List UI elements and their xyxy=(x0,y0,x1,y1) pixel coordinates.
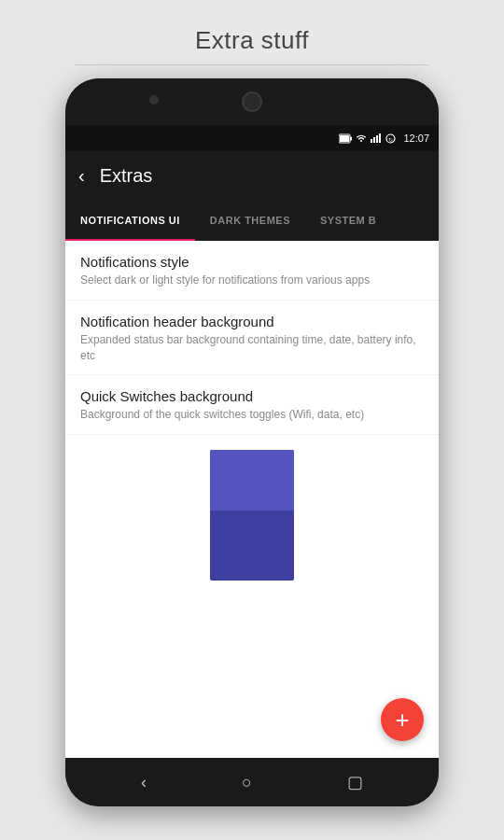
setting-notifications-style[interactable]: Notifications style Select dark or light… xyxy=(65,241,439,301)
setting-quick-switches-bg-title: Quick Switches background xyxy=(80,388,424,404)
setting-quick-switches-bg-desc: Background of the quick switches toggles… xyxy=(80,407,424,423)
page-title: Extra stuff xyxy=(195,26,309,55)
tab-dark-themes-label: DARK THEMES xyxy=(210,215,290,226)
status-time: 12:07 xyxy=(403,133,429,144)
color-swatch-outer[interactable] xyxy=(210,450,294,581)
setting-notifications-style-title: Notifications style xyxy=(80,254,424,270)
title-divider xyxy=(75,64,429,65)
nav-recents-button[interactable]: ▢ xyxy=(347,772,363,792)
color-swatch-inner xyxy=(210,450,294,511)
svg-rect-4 xyxy=(373,137,375,143)
svg-rect-5 xyxy=(376,135,378,143)
setting-notification-header-bg-desc: Expanded status bar background containin… xyxy=(80,332,424,364)
front-speaker xyxy=(242,91,262,112)
svg-rect-1 xyxy=(350,136,352,140)
setting-quick-switches-bg[interactable]: Quick Switches background Background of … xyxy=(65,375,439,435)
nav-back-button[interactable]: ‹ xyxy=(141,773,147,792)
phone-bottom-nav: ‹ ○ ▢ xyxy=(65,758,439,806)
tab-bar: NOTIFICATIONS UI DARK THEMES SYSTEM B xyxy=(65,200,439,241)
tab-dark-themes[interactable]: DARK THEMES xyxy=(195,200,305,241)
phone-top-hardware xyxy=(65,78,439,125)
tab-system-b[interactable]: SYSTEM B xyxy=(305,200,391,241)
phone-screen: ↻ 12:07 ‹ Extras NOTIFICATIONS UI DARK T… xyxy=(65,125,439,758)
tab-notifications-ui-label: NOTIFICATIONS UI xyxy=(80,215,180,226)
wifi-icon xyxy=(356,133,367,143)
app-bar: ‹ Extras xyxy=(65,151,439,200)
setting-notifications-style-desc: Select dark or light style for notificat… xyxy=(80,273,424,288)
back-button[interactable]: ‹ xyxy=(78,165,85,187)
fab-add-button[interactable]: + xyxy=(381,698,424,741)
svg-text:↻: ↻ xyxy=(388,137,393,143)
svg-rect-6 xyxy=(379,133,381,143)
status-bar: ↻ 12:07 xyxy=(65,125,439,151)
setting-notification-header-bg[interactable]: Notification header background Expanded … xyxy=(65,301,439,376)
sync-icon: ↻ xyxy=(385,133,396,144)
status-icons: ↻ 12:07 xyxy=(339,133,429,144)
tab-notifications-ui[interactable]: NOTIFICATIONS UI xyxy=(65,200,195,241)
svg-rect-2 xyxy=(340,135,349,142)
front-camera xyxy=(149,95,159,105)
battery-icon xyxy=(339,133,352,144)
content-area: Notifications style Select dark or light… xyxy=(65,241,439,758)
setting-notification-header-bg-title: Notification header background xyxy=(80,314,424,329)
tab-system-b-label: SYSTEM B xyxy=(320,215,376,226)
color-preview-area xyxy=(65,435,439,595)
phone-frame: ↻ 12:07 ‹ Extras NOTIFICATIONS UI DARK T… xyxy=(65,78,439,806)
page-header: Extra stuff xyxy=(0,0,504,78)
svg-rect-3 xyxy=(371,139,372,143)
app-bar-title: Extras xyxy=(100,165,153,187)
fab-plus-icon: + xyxy=(395,707,409,732)
signal-icon xyxy=(371,133,382,143)
nav-home-button[interactable]: ○ xyxy=(242,773,252,792)
